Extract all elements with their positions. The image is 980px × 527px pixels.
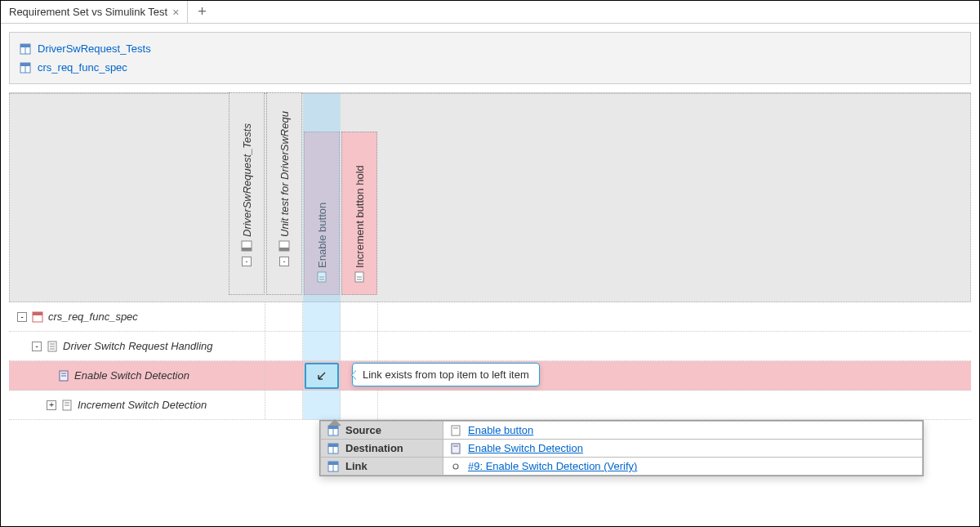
- req-file-icon: [20, 62, 31, 74]
- req-file-icon: [32, 311, 43, 323]
- detail-row-destination: Destination Enable Switch Detection: [321, 440, 923, 458]
- detail-key: Link: [345, 460, 368, 472]
- close-icon[interactable]: ×: [172, 6, 179, 19]
- link-details-panel: Source Enable button: [319, 420, 924, 476]
- test-case-icon: [354, 271, 365, 283]
- column-header[interactable]: Unit test for DriverSwRequ -: [266, 92, 302, 295]
- test-file-icon: [20, 43, 31, 55]
- collapse-icon[interactable]: -: [279, 257, 289, 266]
- collapse-icon[interactable]: -: [242, 257, 252, 266]
- table-row[interactable]: + Increment Switch Detection: [9, 391, 971, 420]
- requirement-icon: [58, 370, 69, 382]
- tooltip: Link exists from top item to left item: [352, 363, 540, 386]
- window: Requirement Set vs Simulink Test × + Dri…: [0, 0, 980, 527]
- test-file-icon: [278, 240, 290, 252]
- tab-label: Requirement Set vs Simulink Test: [9, 6, 167, 18]
- details-table: Source Enable button: [320, 421, 923, 476]
- svg-rect-31: [452, 426, 460, 435]
- matrix-area: DriverSwRequest_Tests - Unit test for Dr…: [9, 92, 971, 93]
- detail-key: Source: [345, 424, 381, 436]
- collapse-icon[interactable]: -: [32, 342, 42, 351]
- file-list-panel: DriverSwRequest_Tests crs_req_func_spec: [9, 32, 971, 84]
- link-cell[interactable]: [305, 363, 339, 389]
- tab-bar: Requirement Set vs Simulink Test × +: [1, 1, 979, 24]
- svg-rect-17: [33, 312, 42, 315]
- row-label-text: Increment Switch Detection: [78, 399, 207, 411]
- row-label-text: crs_req_func_spec: [48, 310, 138, 323]
- detail-key: Destination: [345, 442, 403, 454]
- svg-rect-36: [452, 444, 460, 453]
- destination-link[interactable]: Enable Switch Detection: [468, 442, 583, 454]
- column-label: Increment button hold: [354, 165, 366, 268]
- svg-rect-7: [242, 248, 252, 251]
- column-label: Enable button: [316, 203, 328, 268]
- detail-row-link: Link #9: Enable Switch Detection (Verify…: [321, 458, 923, 476]
- add-tab-button[interactable]: +: [188, 3, 216, 20]
- grid-icon: [327, 461, 339, 472]
- file-link-spec[interactable]: crs_req_func_spec: [38, 61, 127, 74]
- link-arrow-icon: [315, 369, 328, 382]
- row-label-text: Driver Switch Request Handling: [63, 340, 213, 352]
- link-icon: [450, 461, 461, 472]
- test-case-icon: [316, 271, 327, 283]
- column-label: Unit test for DriverSwRequ: [278, 111, 291, 237]
- tooltip-text: Link exists from top item to left item: [363, 368, 529, 381]
- detail-row-source: Source Enable button: [321, 422, 923, 440]
- file-row: crs_req_func_spec: [20, 58, 960, 77]
- requirement-icon: [61, 400, 73, 411]
- matrix-header-bg: DriverSwRequest_Tests - Unit test for Dr…: [9, 93, 971, 302]
- requirement-icon: [450, 443, 461, 454]
- tab-requirement-set[interactable]: Requirement Set vs Simulink Test ×: [1, 1, 188, 23]
- column-header[interactable]: DriverSwRequest_Tests -: [229, 92, 265, 295]
- file-row: DriverSwRequest_Tests: [20, 39, 960, 58]
- column-label: DriverSwRequest_Tests: [241, 123, 253, 237]
- table-row[interactable]: - crs_req_func_spec: [9, 302, 971, 332]
- test-file-icon: [241, 240, 252, 252]
- collapse-icon[interactable]: -: [17, 312, 27, 322]
- expand-icon[interactable]: +: [47, 400, 56, 410]
- svg-rect-9: [279, 248, 289, 251]
- file-link-tests[interactable]: DriverSwRequest_Tests: [38, 42, 151, 55]
- matrix-rows: - crs_req_func_spec - Driver Switch Requ…: [9, 302, 971, 420]
- requirement-icon: [47, 341, 58, 352]
- grid-icon: [327, 443, 339, 454]
- table-row[interactable]: Enable Switch Detection Link exists from…: [9, 361, 971, 391]
- grid-icon: [327, 425, 339, 436]
- row-label-text: Enable Switch Detection: [74, 369, 189, 382]
- source-link[interactable]: Enable button: [468, 424, 533, 436]
- link-ref[interactable]: #9: Enable Switch Detection (Verify): [468, 460, 637, 472]
- test-case-icon: [450, 425, 461, 436]
- column-header[interactable]: Enable button: [304, 132, 340, 295]
- table-row[interactable]: - Driver Switch Request Handling: [9, 332, 971, 361]
- column-header[interactable]: Increment button hold: [341, 132, 377, 295]
